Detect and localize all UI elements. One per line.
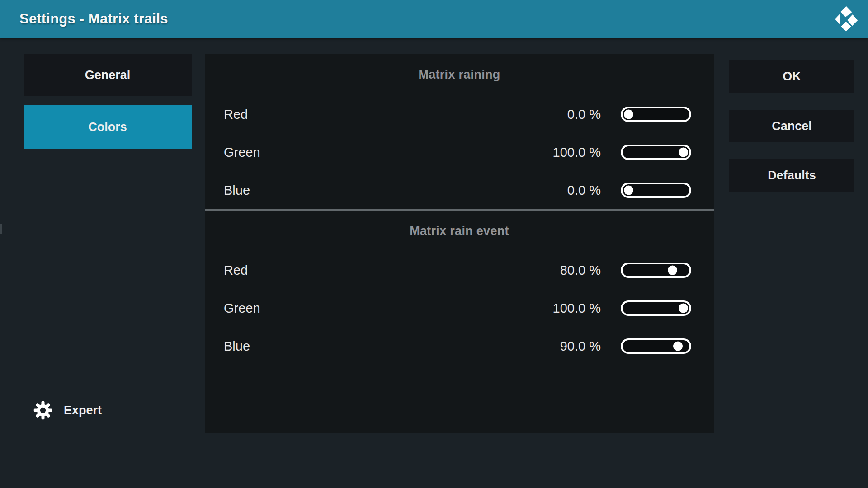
slider-knob[interactable]: [679, 304, 688, 313]
setting-value: 100.0 %: [553, 301, 601, 316]
slider[interactable]: [621, 107, 691, 122]
setting-label: Blue: [224, 183, 567, 198]
titlebar: Settings - Matrix trails: [0, 0, 868, 38]
settings-level-toggle[interactable]: Expert: [33, 399, 102, 421]
tab-colors[interactable]: Colors: [24, 105, 192, 149]
setting-row-raining-blue[interactable]: Blue 0.0 %: [205, 171, 714, 209]
setting-row-raining-red[interactable]: Red 0.0 %: [205, 95, 714, 133]
ok-button-label: OK: [783, 70, 801, 84]
group-header-matrix-rain-event: Matrix rain event: [205, 211, 714, 251]
tab-general-label: General: [85, 68, 131, 82]
slider[interactable]: [621, 145, 691, 160]
setting-value: 0.0 %: [567, 107, 601, 122]
setting-label: Red: [224, 263, 560, 278]
slider-knob[interactable]: [668, 266, 677, 275]
group-header-matrix-raining: Matrix raining: [205, 54, 714, 95]
cancel-button-label: Cancel: [772, 119, 812, 133]
defaults-button[interactable]: Defaults: [729, 159, 854, 192]
cancel-button[interactable]: Cancel: [729, 110, 854, 142]
setting-row-event-green[interactable]: Green 100.0 %: [205, 289, 714, 327]
setting-row-raining-green[interactable]: Green 100.0 %: [205, 133, 714, 171]
defaults-button-label: Defaults: [768, 169, 816, 183]
slider-knob[interactable]: [624, 186, 633, 195]
setting-value: 80.0 %: [560, 263, 601, 278]
gear-icon: [33, 400, 53, 420]
scrollbar-indicator[interactable]: [0, 224, 2, 234]
ok-button[interactable]: OK: [729, 60, 854, 93]
setting-value: 100.0 %: [553, 145, 601, 160]
tab-colors-label: Colors: [88, 120, 127, 134]
setting-label: Green: [224, 301, 553, 316]
setting-label: Blue: [224, 339, 560, 354]
setting-value: 0.0 %: [567, 183, 601, 198]
slider[interactable]: [621, 263, 691, 278]
dialog-title: Settings - Matrix trails: [19, 11, 168, 27]
setting-row-event-blue[interactable]: Blue 90.0 %: [205, 327, 714, 365]
slider[interactable]: [621, 338, 691, 354]
tab-general[interactable]: General: [24, 54, 192, 96]
setting-label: Red: [224, 107, 567, 122]
setting-value: 90.0 %: [560, 339, 601, 354]
settings-panel: Matrix raining Red 0.0 % Green 100.0 % B…: [205, 54, 714, 433]
setting-row-event-red[interactable]: Red 80.0 %: [205, 251, 714, 289]
slider-knob[interactable]: [673, 342, 683, 351]
slider-knob[interactable]: [624, 110, 633, 119]
slider[interactable]: [621, 300, 691, 316]
settings-level-label: Expert: [64, 404, 102, 418]
slider-knob[interactable]: [679, 148, 688, 157]
slider[interactable]: [621, 183, 691, 198]
kodi-logo-icon: [833, 5, 861, 32]
setting-label: Green: [224, 145, 553, 160]
